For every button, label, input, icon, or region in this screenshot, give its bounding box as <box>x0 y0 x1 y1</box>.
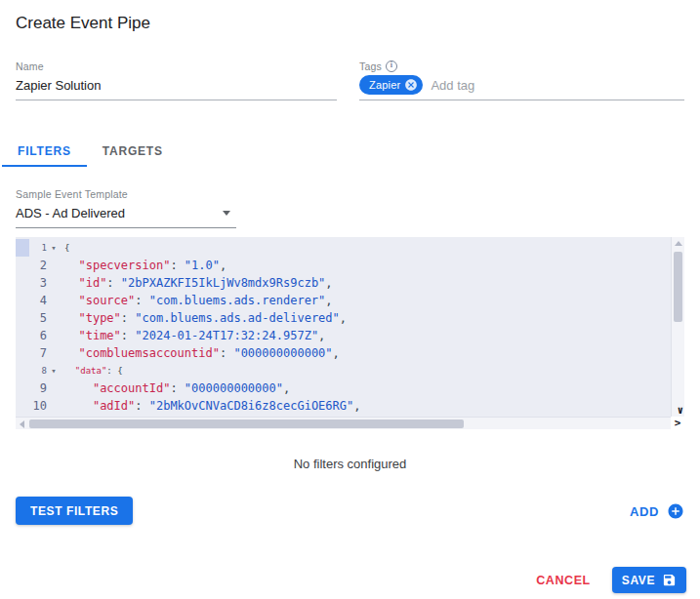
fold-spacer <box>47 309 61 327</box>
line-number: 4 <box>16 292 61 309</box>
json-editor[interactable]: 1{2 "specversion": "1.0",3 "id": "2bPXAZ… <box>16 237 684 429</box>
code-text: "id": "2bPXAZKFI5IkLjWv8mdx9Rs9czb", <box>64 274 333 292</box>
code-text: "accountId": "000000000000", <box>64 379 290 397</box>
name-field: Name Zapier Solution <box>16 60 337 100</box>
save-icon <box>662 573 677 587</box>
scroll-right-icon[interactable] <box>671 417 684 429</box>
line-number: 1 <box>16 239 61 257</box>
sample-template-select[interactable]: ADS - Ad Delivered <box>16 200 236 228</box>
tab-filters[interactable]: FILTERS <box>2 137 87 167</box>
horizontal-scrollbar[interactable] <box>16 417 671 429</box>
line-number: 9 <box>16 379 61 397</box>
save-button-label: SAVE <box>622 574 655 587</box>
name-label: Name <box>16 60 337 72</box>
tab-targets[interactable]: TARGETS <box>87 137 179 167</box>
code-text: "data": { <box>64 366 123 376</box>
name-value: Zapier Solution <box>16 78 101 93</box>
horizontal-scroll-thumb[interactable] <box>29 419 464 428</box>
code-line[interactable]: 5 "type": "com.bluems.ads.ad-delivered", <box>16 309 671 327</box>
line-number: 8 <box>16 362 61 379</box>
line-number: 6 <box>16 327 61 344</box>
code-lines: 1{2 "specversion": "1.0",3 "id": "2bPXAZ… <box>16 237 671 417</box>
tags-input[interactable]: Zapier Add tag <box>359 72 684 100</box>
tag-chip-label: Zapier <box>369 79 400 91</box>
dropdown-arrow-icon <box>223 211 230 216</box>
code-line[interactable]: 7 "combluemsaccountid": "000000000000", <box>16 344 671 362</box>
fold-spacer <box>47 327 61 344</box>
test-filters-button[interactable]: TEST FILTERS <box>16 497 133 525</box>
code-text: "source": "com.bluems.ads.renderer", <box>64 292 333 309</box>
sample-template-label: Sample Event Template <box>16 188 236 200</box>
fold-spacer <box>47 257 61 274</box>
vertical-scrollbar[interactable]: ∨ <box>671 237 684 417</box>
chip-remove-icon[interactable] <box>404 78 418 92</box>
code-line[interactable]: 6 "time": "2024-01-24T17:32:24.957Z", <box>16 327 671 344</box>
sample-template-value: ADS - Ad Delivered <box>16 206 125 220</box>
cancel-button[interactable]: CANCEL <box>536 574 591 587</box>
tags-label-text: Tags <box>359 60 382 72</box>
tags-label: Tags <box>359 60 684 72</box>
tag-chip[interactable]: Zapier <box>359 75 423 95</box>
save-button[interactable]: SAVE <box>612 567 686 593</box>
create-event-pipe-dialog: Create Event Pipe Name Zapier Solution T… <box>0 0 700 599</box>
tags-field: Tags Zapier Add tag <box>359 60 684 100</box>
tab-bar: FILTERS TARGETS <box>2 137 179 167</box>
add-button-label: ADD <box>630 504 659 519</box>
line-number: 10 <box>16 397 61 415</box>
line-number: 5 <box>16 309 61 327</box>
add-circle-icon <box>667 502 684 520</box>
code-line[interactable]: 4 "source": "com.bluems.ads.renderer", <box>16 292 671 309</box>
code-text: "type": "com.bluems.ads.ad-delivered", <box>64 309 347 327</box>
line-number: 7 <box>16 344 61 362</box>
code-line[interactable]: 3 "id": "2bPXAZKFI5IkLjWv8mdx9Rs9czb", <box>16 274 671 292</box>
fold-spacer <box>47 344 61 362</box>
no-filters-text: No filters configured <box>0 457 700 471</box>
code-text: "time": "2024-01-24T17:32:24.957Z", <box>64 327 325 344</box>
fold-spacer <box>47 274 61 292</box>
code-text: { <box>64 243 69 253</box>
name-input[interactable]: Zapier Solution <box>16 72 337 100</box>
dialog-footer: CANCEL SAVE <box>536 567 686 593</box>
sample-template-field: Sample Event Template ADS - Ad Delivered <box>16 188 236 228</box>
code-line[interactable]: 1{ <box>16 239 29 257</box>
code-line[interactable]: 10 "adId": "2bMkOvCNVaCD8i6z8cecGiOE6RG"… <box>16 397 671 415</box>
code-text: "adId": "2bMkOvCNVaCD8i6z8cecGiOE6RG", <box>64 397 360 415</box>
code-line[interactable]: 2 "specversion": "1.0", <box>16 257 671 274</box>
vertical-scroll-thumb[interactable] <box>674 252 682 322</box>
info-icon[interactable] <box>386 60 397 72</box>
code-line[interactable]: 8 "data": { <box>16 362 29 379</box>
line-number: 3 <box>16 274 61 292</box>
code-text: "combluemsaccountid": "000000000000", <box>64 344 340 362</box>
tags-placeholder: Add tag <box>431 78 474 93</box>
scroll-down-icon[interactable]: ∨ <box>677 404 683 417</box>
code-text: "specversion": "1.0", <box>64 257 226 274</box>
fold-spacer <box>47 379 61 397</box>
add-button[interactable]: ADD <box>630 502 684 520</box>
line-number: 2 <box>16 257 61 274</box>
fold-toggle-icon[interactable] <box>47 362 61 379</box>
page-title: Create Event Pipe <box>16 14 150 33</box>
scroll-up-icon[interactable] <box>675 241 682 246</box>
fold-spacer <box>47 292 61 309</box>
code-line[interactable]: 9 "accountId": "000000000000", <box>16 379 671 397</box>
fold-toggle-icon[interactable] <box>47 239 61 257</box>
scroll-left-icon[interactable] <box>20 420 24 428</box>
fold-spacer <box>47 397 61 415</box>
